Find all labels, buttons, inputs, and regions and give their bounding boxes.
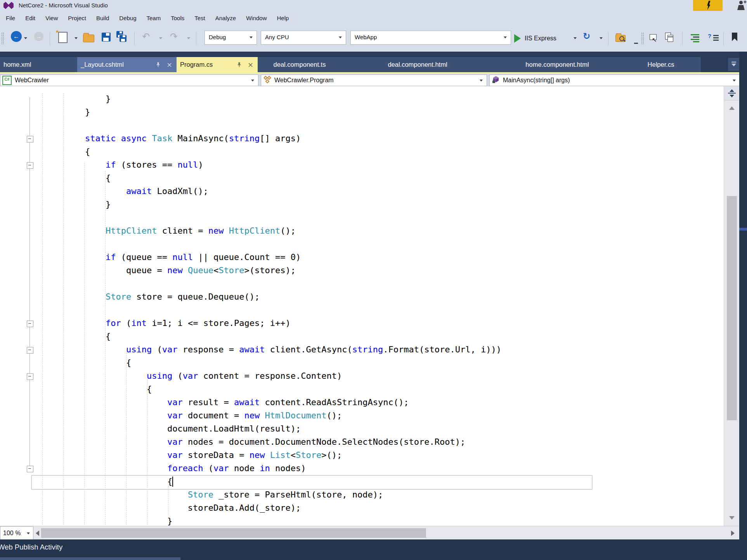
editor-zoom-dropdown[interactable]: 100 % [0, 526, 33, 541]
editor-splitter-handle[interactable] [724, 87, 740, 101]
horizontal-scroll-thumb[interactable] [41, 528, 426, 538]
run-target-button[interactable]: IIS Express [525, 35, 556, 42]
tab-layout-cshtml[interactable]: _Layout.cshtml× [77, 57, 177, 72]
collapse-region-button[interactable] [27, 321, 33, 327]
save-button[interactable] [102, 33, 111, 42]
undo-dropdown[interactable] [159, 37, 162, 39]
caret-position-marker [739, 228, 747, 231]
menu-item-help[interactable]: Help [272, 11, 294, 26]
private-method-icon [492, 76, 500, 85]
menu-item-tools[interactable]: Tools [166, 11, 189, 26]
tab-deal-component-ts[interactable]: deal.component.ts [258, 57, 341, 72]
menu-item-window[interactable]: Window [241, 11, 272, 26]
code-line: var result = await content.ReadAsStringA… [44, 396, 409, 409]
vertical-scrollbar[interactable] [724, 86, 739, 526]
code-line: var nodes = document.DocumentNode.Select… [44, 435, 465, 449]
new-file-button[interactable]: * [58, 32, 68, 43]
code-line: { [44, 383, 152, 396]
scroll-down-arrow[interactable] [729, 516, 735, 520]
menu-item-view[interactable]: View [40, 11, 63, 26]
code-line: { [44, 145, 90, 158]
menu-item-file[interactable]: File [1, 11, 20, 26]
navigate-back-button[interactable]: ← [11, 31, 22, 42]
notification-badge[interactable] [693, 0, 723, 11]
outline-connector [29, 97, 30, 471]
close-tab-icon[interactable]: × [248, 62, 253, 68]
code-line: await LoadXml(); [44, 185, 208, 198]
scroll-up-arrow[interactable] [729, 106, 735, 110]
refresh-button[interactable]: ↻ [583, 31, 590, 41]
project-dropdown[interactable]: C# WebCrawler [0, 75, 258, 86]
window-title: NetCore2 - Microsoft Visual Studio [19, 0, 108, 11]
pin-icon[interactable] [155, 62, 161, 68]
code-line: foreach (var node in nodes) [44, 462, 306, 475]
navigate-forward-button[interactable]: → [34, 32, 43, 41]
close-tab-icon[interactable]: × [166, 62, 172, 68]
csharp-project-icon: C# [2, 76, 12, 85]
menu-item-debug[interactable]: Debug [114, 11, 141, 26]
tab-label: _Layout.cshtml [77, 61, 124, 68]
code-editor[interactable]: } } static async Task MainAsync(string[]… [0, 86, 724, 526]
startup-project-dropdown[interactable]: WebApp [350, 31, 511, 45]
web-publish-activity-panel[interactable]: Web Publish Activity [0, 539, 747, 560]
type-dropdown[interactable]: WebCrawler.Program [261, 75, 487, 86]
collapse-region-button[interactable] [27, 466, 33, 472]
menu-item-analyze[interactable]: Analyze [210, 11, 241, 26]
class-icon [263, 76, 271, 85]
toolbar-grip[interactable] [641, 32, 644, 45]
solution-platform-dropdown[interactable]: Any CPU [261, 31, 346, 45]
code-line: { [44, 475, 172, 488]
scroll-right-arrow[interactable] [731, 531, 735, 536]
code-line: { [44, 330, 111, 343]
member-dropdown[interactable]: MainAsync(string[] args) [489, 75, 740, 86]
save-all-overlay [120, 35, 127, 42]
menu-item-project[interactable]: Project [63, 11, 91, 26]
scroll-left-arrow[interactable] [36, 531, 39, 536]
redo-button[interactable]: ↷ [170, 31, 178, 42]
solution-config-dropdown[interactable]: Debug [205, 31, 257, 45]
toolbar-separator [196, 32, 196, 45]
run-target-dropdown[interactable] [574, 37, 577, 39]
tab-home-xml[interactable]: home.xml [0, 57, 77, 72]
open-file-button[interactable] [83, 35, 94, 42]
collapse-region-button[interactable] [27, 373, 33, 380]
undo-button[interactable]: ↶ [142, 31, 150, 42]
panel-active-strip [0, 557, 180, 560]
vertical-scroll-thumb[interactable] [727, 196, 737, 420]
menu-item-build[interactable]: Build [91, 11, 114, 26]
code-line: Store _store = ParseHtml(store, node); [44, 488, 383, 501]
code-line: storeData.Add(_store); [44, 501, 301, 515]
tab-home-component-html[interactable]: home.component.html [494, 57, 621, 72]
redo-dropdown[interactable] [187, 37, 190, 39]
tab-program-cs[interactable]: Program.cs× [177, 57, 258, 72]
code-line: document.LoadHtml(result); [44, 422, 301, 435]
tab-helper-cs[interactable]: Helper.cs [621, 57, 701, 72]
code-line: } [44, 92, 111, 106]
toolbar-grip[interactable] [1, 32, 4, 45]
panel-title: Web Publish Activity [0, 543, 62, 551]
code-line: using (var response = await client.GetAs… [44, 343, 501, 356]
menu-item-edit[interactable]: Edit [20, 11, 40, 26]
toolbar-separator [682, 32, 683, 45]
toolbar-separator [50, 32, 50, 45]
collapse-region-button[interactable] [27, 162, 33, 169]
navigate-back-dropdown[interactable] [24, 37, 27, 39]
collapse-region-button[interactable] [27, 347, 33, 354]
menu-item-test[interactable]: Test [189, 11, 210, 26]
tab-label: home.component.html [525, 61, 589, 68]
window-edge-strip [739, 52, 747, 539]
start-debug-icon[interactable] [514, 34, 521, 43]
bookmark-button[interactable] [732, 33, 737, 41]
pin-icon[interactable] [236, 62, 243, 68]
tab-overflow-button[interactable] [728, 58, 740, 71]
menu-item-team[interactable]: Team [142, 11, 166, 26]
code-line: if (stores == null) [44, 158, 203, 172]
tab-deal-component-html[interactable]: deal.component.html [341, 57, 494, 72]
refresh-dropdown[interactable] [600, 37, 603, 39]
new-file-dropdown[interactable] [75, 37, 78, 39]
code-line: HttpClient client = new HttpClient(); [44, 224, 296, 238]
menu-bar: FileEditViewProjectBuildDebugTeamToolsTe… [0, 11, 747, 26]
lightning-icon [705, 1, 712, 10]
collapse-region-button[interactable] [27, 136, 33, 142]
user-account-icon[interactable] [736, 1, 747, 11]
